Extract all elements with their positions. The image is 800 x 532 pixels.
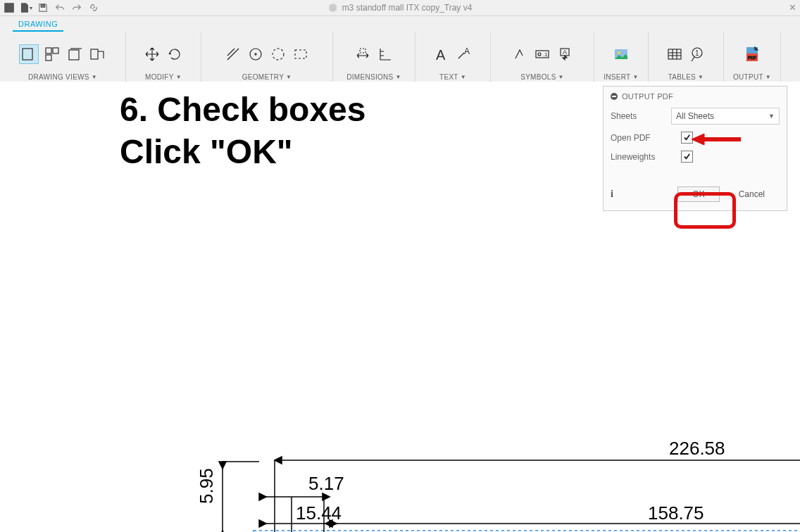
table-icon[interactable] — [665, 45, 684, 63]
svg-rect-13 — [46, 55, 51, 61]
svg-point-17 — [273, 49, 284, 60]
file-icon[interactable]: ▾ — [18, 1, 34, 15]
ok-button[interactable]: OK — [677, 186, 719, 202]
close-icon[interactable]: × — [789, 1, 796, 14]
lineweights-checkbox[interactable] — [681, 151, 693, 163]
dim-226: 226.58 — [669, 438, 725, 459]
svg-rect-7 — [8, 10, 11, 13]
svg-text:.1: .1 — [543, 51, 548, 58]
svg-rect-0 — [5, 4, 8, 6]
svg-rect-8 — [11, 10, 14, 13]
projected-view-icon[interactable] — [43, 45, 61, 63]
svg-rect-14 — [69, 50, 79, 60]
instruction-overlay: 6. Check boxes Click "OK" — [120, 89, 366, 173]
redo-icon[interactable] — [69, 1, 85, 15]
svg-rect-5 — [11, 6, 14, 9]
base-view-icon[interactable] — [19, 44, 39, 64]
gdt-frame-icon[interactable]: .1 — [533, 45, 551, 63]
svg-text:PDF: PDF — [748, 56, 756, 60]
open-pdf-label: Open PDF — [611, 133, 651, 143]
svg-rect-4 — [8, 6, 11, 9]
document-title: m3 standoff mall ITX copy_Tray v4 — [328, 3, 473, 13]
sheets-label: Sheets — [611, 111, 637, 121]
section-view-icon[interactable] — [65, 45, 84, 63]
svg-rect-19 — [360, 49, 365, 53]
rotate-icon[interactable] — [165, 45, 184, 63]
svg-rect-3 — [5, 6, 8, 9]
link-icon[interactable] — [86, 1, 101, 15]
leader-text-icon[interactable]: A — [455, 45, 473, 63]
svg-rect-12 — [53, 48, 58, 53]
sheets-select[interactable]: All Sheets▼ — [671, 108, 780, 125]
canvas-area: 6. Check boxes Click "OK" OUTPUT PDF She… — [0, 82, 800, 532]
svg-text:A: A — [563, 49, 567, 56]
dim-517: 5.17 — [308, 473, 344, 494]
svg-rect-29 — [668, 49, 681, 59]
tab-strip: DRAWING — [0, 16, 800, 32]
output-pdf-dialog: OUTPUT PDF Sheets All Sheets▼ Open PDF L… — [603, 86, 787, 211]
ribbon: DRAWING VIEWS▼ MODIFY▼ GEOMETRY▼ DIMENSI… — [0, 32, 800, 83]
svg-text:1: 1 — [695, 49, 699, 57]
svg-text:A: A — [436, 47, 446, 63]
svg-rect-11 — [46, 48, 51, 53]
svg-rect-9 — [41, 5, 44, 8]
panel-geometry: GEOMETRY▼ — [201, 32, 333, 82]
title-bar: ▾ m3 standoff mall ITX copy_Tray v4 × — [0, 0, 800, 16]
svg-rect-1 — [8, 4, 11, 6]
svg-point-28 — [618, 51, 620, 54]
balloon-icon[interactable]: 1 — [688, 45, 706, 63]
move-icon[interactable] — [143, 45, 161, 63]
technical-drawing: 226.58 5.17 15.44 158.75 5.95 — [0, 363, 800, 532]
svg-rect-2 — [11, 4, 14, 6]
panel-insert: INSERT▼ — [594, 32, 649, 82]
line-icon[interactable] — [224, 45, 242, 63]
panel-text: A A TEXT▼ — [415, 32, 491, 82]
output-pdf-icon[interactable]: PDF — [743, 45, 761, 63]
lineweights-label: Lineweights — [611, 152, 655, 162]
collapse-icon[interactable] — [611, 93, 618, 100]
svg-rect-18 — [295, 50, 306, 58]
dialog-title: OUTPUT PDF — [622, 92, 673, 101]
save-icon[interactable] — [35, 1, 51, 15]
circle-icon[interactable] — [246, 45, 265, 63]
dim-595: 5.95 — [196, 468, 217, 504]
svg-rect-6 — [5, 10, 8, 13]
ordinate-icon[interactable] — [376, 45, 394, 63]
undo-icon[interactable] — [52, 1, 68, 15]
info-icon[interactable]: i — [611, 189, 613, 200]
text-icon[interactable]: A — [432, 45, 451, 63]
svg-point-23 — [538, 53, 541, 56]
svg-rect-15 — [91, 49, 98, 59]
cancel-button[interactable]: Cancel — [724, 186, 780, 202]
surface-finish-icon[interactable] — [511, 45, 529, 63]
panel-output: PDF OUTPUT▼ — [724, 32, 781, 82]
image-icon[interactable] — [612, 45, 630, 63]
panel-drawing-views: DRAWING VIEWS▼ — [0, 32, 126, 82]
panel-tables: 1 TABLES▼ — [649, 32, 724, 82]
panel-modify: MODIFY▼ — [126, 32, 201, 82]
panel-dimensions: DIMENSIONS▼ — [333, 32, 415, 82]
dimension-icon[interactable] — [354, 45, 372, 63]
grid-icon[interactable] — [1, 1, 17, 15]
tab-drawing[interactable]: DRAWING — [13, 18, 63, 32]
red-arrow-annotation — [692, 132, 741, 148]
rectangle-icon[interactable] — [292, 45, 310, 63]
datum-icon[interactable]: A — [556, 45, 574, 63]
dim-158: 158.75 — [648, 502, 704, 524]
arc-icon[interactable] — [269, 45, 287, 63]
svg-text:A: A — [464, 46, 470, 56]
detail-view-icon[interactable] — [88, 45, 106, 63]
dim-1544: 15.44 — [296, 502, 342, 524]
svg-rect-10 — [23, 49, 32, 60]
panel-symbols: .1 A SYMBOLS▼ — [491, 32, 594, 82]
